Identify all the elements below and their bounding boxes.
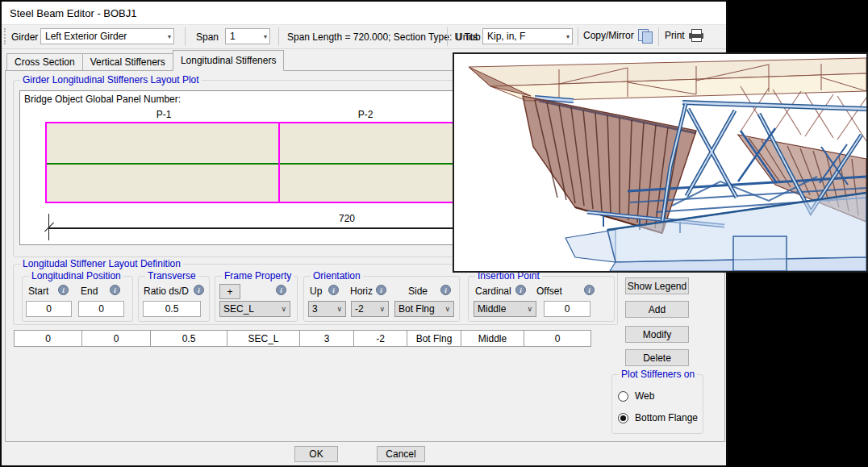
separator	[447, 27, 448, 46]
printer-icon	[689, 29, 705, 41]
cardinal-info-icon[interactable]: i	[515, 285, 526, 295]
cardinal-label: Cardinal	[475, 286, 511, 297]
offset-field[interactable]	[544, 301, 590, 317]
ratio-field[interactable]	[143, 301, 201, 317]
ok-button[interactable]: OK	[294, 446, 338, 462]
end-field[interactable]	[78, 301, 124, 317]
modify-button[interactable]: Modify	[625, 326, 689, 343]
end-label: End	[81, 286, 98, 297]
toolbar-grip[interactable]	[4, 28, 8, 44]
plot-stiffeners-on-group: Plot Stiffeners on	[611, 374, 703, 434]
dialog-title: Steel Beam Editor - BOBJ1	[10, 7, 137, 19]
span-dimension-value: 720	[329, 213, 365, 224]
panel-divider	[278, 123, 280, 202]
chevron-down-icon: ▾	[168, 33, 171, 40]
span-label: Span	[196, 31, 219, 43]
frame-property-select[interactable]: SEC_L ∨	[219, 301, 290, 317]
delete-button[interactable]: Delete	[625, 349, 689, 366]
cell-horiz: -2	[354, 330, 407, 347]
frame-property-title: Frame Property	[222, 270, 294, 281]
toolbar: Girder Left Exterior Girder ▾ Span 1 ▾ S…	[2, 25, 726, 49]
offset-info-icon[interactable]: i	[584, 285, 595, 295]
radio-circle-icon	[618, 391, 628, 402]
up-info-icon[interactable]: i	[328, 285, 339, 295]
cell-ratio: 0.5	[151, 330, 227, 347]
chevron-down-icon: ▾	[264, 33, 267, 40]
longitudinal-position-title: Longitudinal Position	[29, 270, 123, 281]
tab-strip: Cross Section Vertical Stiffeners Longit…	[6, 51, 283, 70]
ratio-label: Ratio ds/D	[144, 286, 189, 297]
transverse-title: Transverse	[145, 270, 198, 281]
frame-property-info-icon[interactable]: i	[276, 285, 286, 295]
separator	[578, 27, 578, 46]
bridge-3d-render	[454, 54, 866, 271]
add-frame-property-button[interactable]: +	[219, 284, 240, 299]
girder-select[interactable]: Left Exterior Girder ▾	[40, 28, 174, 44]
cell-up: 3	[300, 330, 354, 347]
horiz-info-icon[interactable]: i	[376, 285, 386, 295]
cell-frame-property: SEC_L	[227, 330, 300, 347]
panel-label-p2: P-2	[341, 109, 390, 120]
girder-label: Girder	[11, 31, 38, 43]
radio-web[interactable]: Web	[618, 390, 654, 402]
span-select[interactable]: 1 ▾	[225, 28, 270, 44]
bridge-3d-view[interactable]	[453, 52, 868, 273]
end-info-icon[interactable]: i	[110, 285, 120, 295]
plot-stiffeners-on-title: Plot Stiffeners on	[619, 369, 697, 380]
radio-circle-icon	[618, 413, 628, 423]
print-button[interactable]: Print	[665, 29, 705, 41]
chevron-down-icon: ∨	[379, 305, 385, 313]
separator	[658, 27, 659, 46]
side-info-icon[interactable]: i	[440, 285, 451, 295]
copy-mirror-button[interactable]: Copy/Mirror	[583, 29, 653, 42]
cell-offset: 0	[524, 330, 591, 347]
cell-cardinal: Middle	[461, 330, 524, 347]
side-label: Side	[408, 286, 428, 297]
up-select[interactable]: 3 ∨	[308, 301, 346, 317]
ratio-info-icon[interactable]: i	[194, 285, 204, 295]
cancel-button[interactable]: Cancel	[377, 446, 425, 462]
offset-label: Offset	[536, 286, 562, 297]
start-label: Start	[28, 286, 48, 297]
panel-label-p1: P-1	[140, 109, 188, 120]
up-label: Up	[310, 286, 322, 297]
side-select[interactable]: Bot Flng ∨	[394, 301, 454, 317]
units-label: Units	[456, 31, 478, 43]
cardinal-select[interactable]: Middle ∨	[474, 301, 536, 317]
add-button[interactable]: Add	[625, 301, 689, 318]
units-select[interactable]: Kip, in, F ▾	[482, 28, 573, 44]
horiz-label: Horiz	[350, 286, 373, 297]
chevron-down-icon: ∨	[527, 305, 532, 313]
radio-bottom-flange[interactable]: Bottom Flange	[618, 412, 698, 423]
separator	[185, 27, 186, 46]
start-info-icon[interactable]: i	[58, 285, 69, 295]
orientation-title: Orientation	[311, 270, 363, 281]
chevron-down-icon: ▾	[566, 33, 570, 40]
separator	[278, 27, 279, 46]
definition-group-title: Longitudal Stiffener Layout Definition	[20, 258, 183, 269]
plot-group-title: Girder Longitudinal Stiffeners Layout Pl…	[20, 74, 202, 85]
tab-longitudinal-stiffeners[interactable]: Longitudinal Stiffeners	[173, 50, 285, 71]
copy-pages-icon	[638, 29, 653, 42]
horiz-select[interactable]: -2 ∨	[351, 301, 389, 317]
title-bar: Steel Beam Editor - BOBJ1	[2, 2, 726, 25]
span-status-text: Span Length = 720.000; Section Type: U T…	[287, 31, 481, 43]
cell-side: Bot Flng	[407, 330, 461, 347]
tab-vertical-stiffeners[interactable]: Vertical Stiffeners	[82, 53, 173, 70]
cell-start: 0	[14, 330, 82, 347]
start-field[interactable]	[26, 301, 72, 317]
chevron-down-icon: ∨	[281, 305, 286, 313]
show-legend-button[interactable]: Show Legend	[625, 277, 689, 294]
tab-cross-section[interactable]: Cross Section	[6, 53, 83, 70]
cell-end: 0	[82, 330, 151, 347]
chevron-down-icon: ∨	[444, 305, 450, 313]
stiffener-table-row[interactable]: 0 0 0.5 SEC_L 3 -2 Bot Flng Middle 0	[14, 330, 591, 347]
screen: Steel Beam Editor - BOBJ1 Girder Left Ex…	[0, 0, 868, 467]
panel-number-caption: Bridge Object Global Panel Number:	[24, 94, 181, 105]
chevron-down-icon: ∨	[336, 305, 342, 313]
